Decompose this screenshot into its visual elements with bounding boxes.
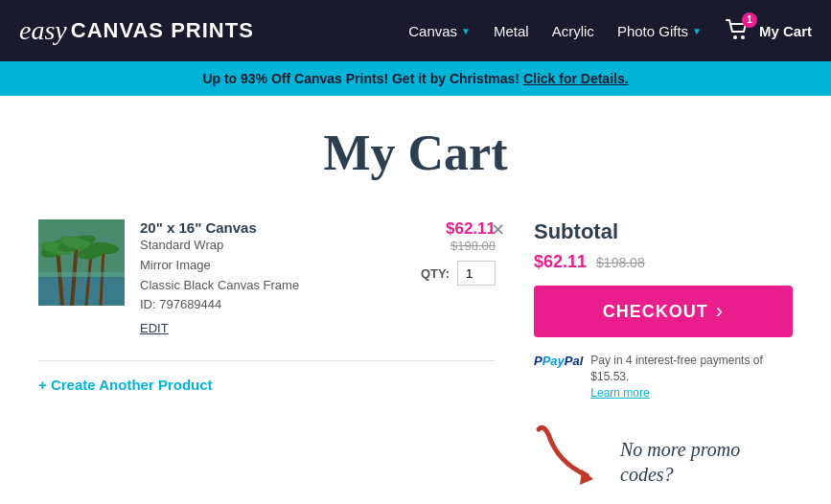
subtotal-prices: $62.11 $198.08 bbox=[534, 252, 793, 272]
nav-canvas[interactable]: Canvas ▼ bbox=[408, 23, 471, 39]
logo-easy: easy bbox=[19, 15, 67, 46]
item-image bbox=[38, 219, 125, 306]
promo-banner[interactable]: Up to 93% Off Canvas Prints! Get it by C… bbox=[0, 61, 831, 96]
qty-row: QTY: bbox=[419, 261, 496, 286]
cart-badge: 1 bbox=[742, 12, 757, 28]
item-name: 20" x 16" Canvas bbox=[140, 219, 404, 236]
cart-label: My Cart bbox=[759, 23, 812, 39]
cart-nav[interactable]: 1 My Cart bbox=[725, 18, 812, 44]
checkout-label: CHECKOUT bbox=[603, 302, 708, 322]
cart-item: 20" x 16" Canvas Standard Wrap Mirror Im… bbox=[38, 210, 496, 345]
qty-input[interactable] bbox=[457, 261, 496, 286]
cart-summary: Subtotal $62.11 $198.08 CHECKOUT › PPayP… bbox=[534, 210, 793, 487]
page-title: My Cart bbox=[19, 125, 812, 181]
svg-point-0 bbox=[733, 35, 737, 39]
item-detail-wrap: Standard Wrap bbox=[140, 236, 404, 256]
arrow-icon bbox=[534, 420, 611, 487]
nav-metal[interactable]: Metal bbox=[494, 23, 529, 39]
item-detail-mirror: Mirror Image bbox=[140, 256, 404, 276]
cart-items: 20" x 16" Canvas Standard Wrap Mirror Im… bbox=[38, 210, 496, 487]
cart-icon-wrapper: 1 bbox=[725, 18, 751, 44]
paypal-section: PPayPal Pay in 4 interest-free payments … bbox=[534, 353, 793, 401]
svg-point-1 bbox=[741, 35, 745, 39]
nav-acrylic[interactable]: Acrylic bbox=[552, 23, 594, 39]
main-nav: Canvas ▼ Metal Acrylic Photo Gifts ▼ 1 M… bbox=[408, 18, 812, 44]
logo[interactable]: easy CANVAS PRINTS bbox=[19, 15, 254, 46]
page-title-section: My Cart bbox=[0, 96, 831, 200]
promo-arrow-section: No more promo codes? bbox=[534, 420, 793, 487]
nav-photo-gifts[interactable]: Photo Gifts ▼ bbox=[617, 23, 702, 39]
chevron-down-icon: ▼ bbox=[692, 26, 702, 36]
learn-more-link[interactable]: Learn more bbox=[590, 386, 649, 400]
item-price-current: $62.11 bbox=[419, 219, 496, 239]
item-id: ID: 797689444 bbox=[140, 295, 404, 315]
product-thumbnail bbox=[38, 219, 125, 306]
banner-bold: Up to 93% Off Canvas Prints! Get it by C… bbox=[202, 71, 519, 86]
paypal-logo: PPayPal bbox=[534, 353, 583, 370]
banner-link[interactable]: Click for Details. bbox=[523, 71, 629, 86]
svg-rect-3 bbox=[38, 277, 125, 306]
item-details: 20" x 16" Canvas Standard Wrap Mirror Im… bbox=[140, 219, 404, 335]
divider bbox=[38, 360, 496, 361]
remove-item-button[interactable]: ✕ bbox=[491, 219, 505, 241]
subtotal-label: Subtotal bbox=[534, 219, 793, 244]
promo-text: No more promo codes? bbox=[620, 437, 793, 487]
svg-rect-14 bbox=[38, 272, 125, 277]
create-product-link[interactable]: + Create Another Product bbox=[38, 377, 213, 393]
checkout-arrow: › bbox=[716, 299, 724, 324]
logo-canvas: CANVAS PRINTS bbox=[71, 18, 254, 43]
checkout-button[interactable]: CHECKOUT › bbox=[534, 286, 793, 337]
edit-link[interactable]: EDIT bbox=[140, 321, 404, 335]
chevron-down-icon: ▼ bbox=[461, 26, 471, 36]
site-header: easy CANVAS PRINTS Canvas ▼ Metal Acryli… bbox=[0, 0, 831, 61]
item-price-original: $198.08 bbox=[419, 239, 496, 253]
main-content: 20" x 16" Canvas Standard Wrap Mirror Im… bbox=[0, 200, 831, 504]
subtotal-current: $62.11 bbox=[534, 252, 587, 272]
paypal-text-area: Pay in 4 interest-free payments of $15.5… bbox=[590, 353, 793, 401]
paypal-description: Pay in 4 interest-free payments of $15.5… bbox=[590, 354, 762, 383]
item-price-section: $62.11 $198.08 QTY: bbox=[419, 219, 496, 286]
qty-label: QTY: bbox=[421, 266, 450, 281]
item-detail-frame: Classic Black Canvas Frame bbox=[140, 276, 404, 296]
svg-marker-15 bbox=[580, 470, 593, 485]
subtotal-original: $198.08 bbox=[596, 255, 645, 270]
